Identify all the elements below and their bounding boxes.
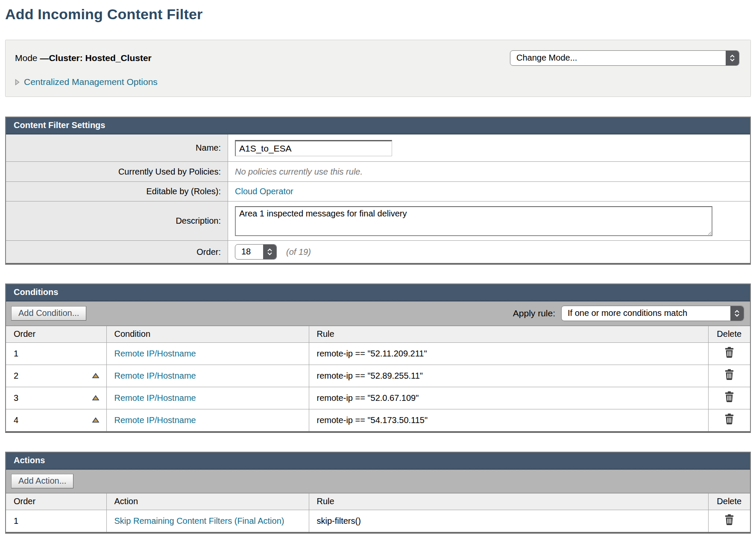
condition-rule: remote-ip == "52.11.209.211" [317,349,427,358]
actions-panel: Actions Add Action... Order Action Rule … [5,452,751,534]
condition-order: 4 [14,415,18,425]
order-label: Order: [6,241,228,263]
policies-value: No policies currently use this rule. [235,167,363,177]
actions-table: Order Action Rule Delete 1 Skip Remainin… [6,493,750,532]
column-header-order: Order [6,493,106,510]
move-up-icon[interactable] [92,373,100,379]
select-stepper-icon [726,51,739,65]
name-label: Name: [6,134,228,161]
delete-icon[interactable] [724,413,735,425]
column-header-delete: Delete [708,326,750,343]
name-input[interactable] [235,140,392,156]
order-select[interactable]: 18 [235,244,277,260]
column-header-action: Action [106,493,309,510]
content-filter-settings-panel: Content Filter Settings Name: Currently … [5,117,751,265]
editable-roles-link[interactable]: Cloud Operator [235,187,293,196]
select-stepper-icon [730,306,744,321]
column-header-rule: Rule [309,326,708,343]
column-header-order: Order [6,326,106,343]
delete-icon[interactable] [724,514,735,526]
policies-label: Currently Used by Policies: [6,162,228,181]
change-mode-select[interactable]: Change Mode... [510,50,739,66]
actions-header: Actions [6,453,750,470]
action-link[interactable]: Skip Remaining Content Filters (Final Ac… [114,515,284,526]
delete-icon[interactable] [724,369,735,380]
condition-link[interactable]: Remote IP/Hostname [114,393,196,403]
apply-rule-label: Apply rule: [513,308,555,318]
disclosure-triangle-icon[interactable] [15,79,20,85]
conditions-header: Conditions [6,284,750,301]
action-rule: skip-filters() [317,516,361,526]
condition-rule: remote-ip == "52.89.255.11" [317,371,423,380]
action-order: 1 [14,516,18,526]
conditions-table: Order Condition Rule Delete 1 Remote IP/… [6,325,750,431]
column-header-condition: Condition [106,326,309,343]
mode-value: —Cluster: Hosted_Cluster [40,53,151,63]
condition-rule: remote-ip == "52.0.67.109" [317,393,419,403]
column-header-delete: Delete [708,493,750,510]
table-row: 1 Skip Remaining Content Filters (Final … [6,510,750,532]
condition-order: 1 [14,349,18,359]
description-label: Description: [6,201,228,240]
centralized-management-options-label: Centralized Management Options [24,77,158,87]
add-action-button[interactable]: Add Action... [11,474,73,488]
table-row: 2 Remote IP/Hostname remote-ip == "52.89… [6,365,750,387]
mode-text: Mode —Cluster: Hosted_Cluster [15,50,152,63]
description-textarea[interactable]: Area 1 inspected messages for final deli… [235,206,712,236]
move-up-icon[interactable] [92,417,100,423]
mode-label: Mode [15,53,40,63]
apply-rule-select-value: If one or more conditions match [562,306,730,321]
condition-order: 2 [14,371,18,381]
condition-link[interactable]: Remote IP/Hostname [114,415,196,425]
delete-icon[interactable] [724,391,735,403]
mode-box: Mode —Cluster: Hosted_Cluster Change Mod… [5,40,751,97]
table-row: 4 Remote IP/Hostname remote-ip == "54.17… [6,409,750,432]
condition-link[interactable]: Remote IP/Hostname [114,349,196,358]
condition-link[interactable]: Remote IP/Hostname [114,371,196,380]
conditions-panel: Conditions Add Condition... Apply rule: … [5,283,751,433]
change-mode-select-value: Change Mode... [510,51,726,65]
order-total: (of 19) [286,247,311,257]
centralized-management-options-link[interactable]: Centralized Management Options [15,77,739,87]
table-row: 1 Remote IP/Hostname remote-ip == "52.11… [6,343,750,365]
table-row: 3 Remote IP/Hostname remote-ip == "52.0.… [6,387,750,409]
delete-icon[interactable] [724,347,735,358]
column-header-rule: Rule [309,493,708,510]
content-filter-settings-header: Content Filter Settings [6,117,750,134]
add-condition-button[interactable]: Add Condition... [11,306,86,321]
move-up-icon[interactable] [92,395,100,401]
apply-rule-select[interactable]: If one or more conditions match [561,306,744,321]
order-select-value: 18 [235,245,263,259]
condition-order: 3 [14,393,18,403]
page: Add Incoming Content Filter Mode —Cluste… [0,0,756,549]
page-title: Add Incoming Content Filter [5,6,751,23]
condition-rule: remote-ip == "54.173.50.115" [317,415,428,425]
select-stepper-icon [263,245,276,259]
editable-roles-label: Editable by (Roles): [6,182,228,201]
